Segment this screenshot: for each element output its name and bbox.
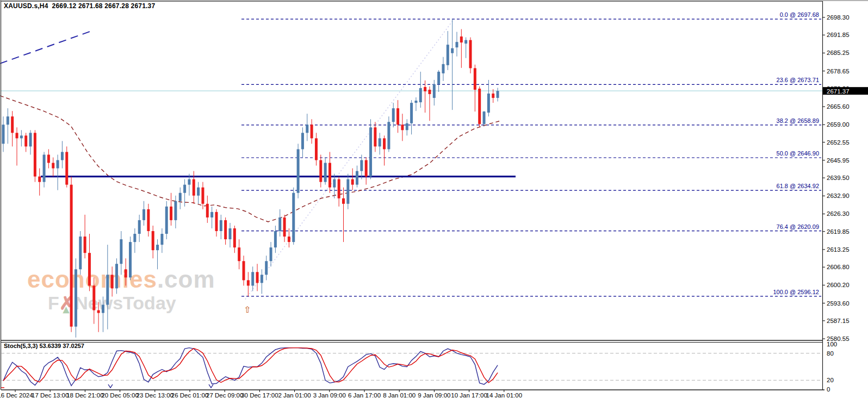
svg-text:2685.25: 2685.25 <box>827 49 850 56</box>
current-price-value: 2671.37 <box>827 88 850 95</box>
bull-candle <box>251 272 254 285</box>
svg-text:2678.65: 2678.65 <box>827 68 850 74</box>
bull-candle <box>142 209 145 220</box>
svg-text:38.2 @ 2658.89: 38.2 @ 2658.89 <box>777 117 819 124</box>
bear-candle <box>315 138 318 160</box>
bear-candle <box>492 94 494 98</box>
time-label: 6 Jan 17:00 <box>348 392 381 399</box>
bull-candle <box>333 179 336 188</box>
bull-candle <box>102 305 104 313</box>
svg-text:80: 80 <box>827 350 834 357</box>
bull-candle <box>183 185 186 193</box>
svg-text:2606.80: 2606.80 <box>827 264 850 270</box>
svg-text:23.6 @ 2673.71: 23.6 @ 2673.71 <box>777 77 819 83</box>
bear-candle <box>342 198 345 204</box>
bull-candle <box>442 64 444 73</box>
bear-candle <box>201 188 204 204</box>
bull-candle <box>464 40 467 44</box>
bull-candle <box>7 116 9 125</box>
bull-candle <box>179 193 182 201</box>
bear-candle <box>319 160 322 182</box>
bear-candle <box>233 228 236 247</box>
time-label: 23 Dec 13:00 <box>137 392 173 399</box>
bear-candle <box>147 209 150 231</box>
bear-candle <box>328 163 331 188</box>
bull-candle <box>106 275 109 304</box>
time-label: 17 Dec 13:00 <box>32 392 69 399</box>
bull-candle <box>414 101 417 103</box>
stochastic-panel: 10080200 <box>1 341 837 393</box>
bull-candle <box>129 242 132 277</box>
bull-candle <box>301 133 304 149</box>
bear-candle <box>70 185 73 327</box>
time-label: 16 Dec 2024 <box>0 392 33 399</box>
bull-candle <box>487 94 490 113</box>
bull-candle <box>2 125 5 144</box>
time-label: 26 Dec 01:00 <box>171 392 208 399</box>
bull-candle <box>410 103 413 123</box>
bull-candle <box>57 160 59 168</box>
svg-text:2593.60: 2593.60 <box>827 300 850 307</box>
svg-text:50.0 @ 2646.90: 50.0 @ 2646.90 <box>777 150 819 157</box>
bull-candle <box>120 239 122 264</box>
svg-text:2691.85: 2691.85 <box>827 32 850 38</box>
bear-candle <box>24 135 27 146</box>
bear-candle <box>351 179 354 185</box>
svg-text:2659.00: 2659.00 <box>827 121 850 128</box>
bear-candle <box>170 207 172 220</box>
bear-candle <box>65 152 68 184</box>
time-label: 8 Jan 01:00 <box>383 392 416 399</box>
bear-candle <box>38 177 41 182</box>
symbol-ohlc-title: XAUUSD.s,H4 2669.12 2671.68 2667.28 2671… <box>4 2 155 10</box>
svg-text:2587.15: 2587.15 <box>827 318 850 324</box>
time-axis: 16 Dec 202417 Dec 13:0018 Dec 21:0020 De… <box>0 390 522 399</box>
svg-text:2600.20: 2600.20 <box>827 282 850 288</box>
bull-candle <box>278 217 281 231</box>
bull-candle <box>115 264 118 288</box>
bull-candle <box>29 133 32 146</box>
bull-candle <box>356 171 358 185</box>
bull-candle <box>483 111 486 124</box>
bull-candle <box>160 234 163 245</box>
bull-candle <box>229 228 232 239</box>
bear-candle <box>311 125 313 138</box>
bear-candle <box>224 220 227 239</box>
bull-candle <box>165 207 168 234</box>
bull-candle <box>379 138 381 146</box>
svg-text:2632.90: 2632.90 <box>827 192 850 199</box>
bear-candle <box>111 275 114 288</box>
svg-text:2619.85: 2619.85 <box>827 228 850 235</box>
time-label: 18 Dec 21:00 <box>66 392 103 399</box>
svg-text:2626.30: 2626.30 <box>827 210 850 217</box>
bear-candle <box>47 154 50 163</box>
chart-canvas[interactable]: 0.0 @ 2697.6823.6 @ 2673.7138.2 @ 2658.8… <box>0 0 868 404</box>
bear-candle <box>256 272 259 283</box>
bull-candle <box>133 234 136 242</box>
svg-text:0.0 @ 2697.68: 0.0 @ 2697.68 <box>780 11 819 18</box>
bull-candle <box>369 127 372 176</box>
bull-candle <box>433 84 436 98</box>
time-label: 10 Jan 17:00 <box>451 392 487 399</box>
svg-text:2665.60: 2665.60 <box>827 103 850 110</box>
bear-candle <box>428 90 431 94</box>
time-label: 27 Dec 09:00 <box>206 392 243 399</box>
bear-candle <box>152 231 154 250</box>
time-label: 30 Dec 17:00 <box>241 392 278 399</box>
bull-candle <box>306 125 308 133</box>
svg-text:2645.95: 2645.95 <box>827 157 850 164</box>
time-label: 3 Jan 09:00 <box>313 392 346 399</box>
overlay-lines <box>0 20 822 299</box>
bear-candle <box>11 116 14 133</box>
bull-candle <box>360 160 363 171</box>
bear-candle <box>92 285 95 310</box>
bear-candle <box>97 310 100 313</box>
bear-candle <box>396 108 399 125</box>
svg-text:2698.30: 2698.30 <box>827 14 850 21</box>
bear-candle <box>34 133 36 176</box>
bull-candle <box>437 72 440 84</box>
moving-average <box>0 96 499 222</box>
bear-candle <box>338 179 340 198</box>
bear-candle <box>460 36 463 42</box>
bull-candle <box>265 261 268 275</box>
svg-text:100: 100 <box>827 341 837 347</box>
